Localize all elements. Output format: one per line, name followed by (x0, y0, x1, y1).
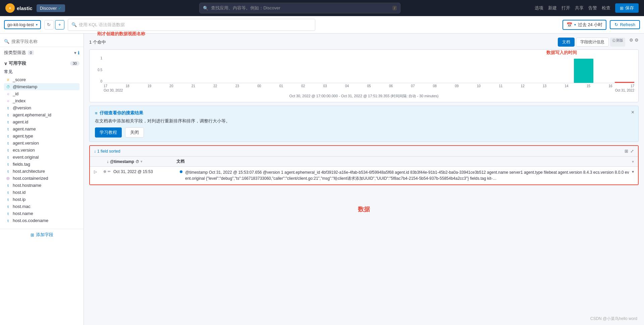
x-label-10: 10 (477, 84, 481, 88)
add-field-button[interactable]: ⊞ 添加字段 (0, 229, 84, 240)
x-label-17: 17 (104, 84, 107, 88)
open-button[interactable]: 打开 (561, 5, 570, 11)
string-icon-0: t (5, 106, 11, 110)
alert-button[interactable]: 告警 (588, 5, 597, 11)
field-agent-ephemeral-name: agent.ephemeral_id (13, 112, 51, 117)
annotation-data: 数据 (89, 205, 639, 213)
field-host-hostname[interactable]: t host.hostname (4, 182, 79, 189)
field-score[interactable]: # _score (4, 76, 79, 83)
expand-view-icon[interactable]: ⤢ (630, 149, 634, 154)
field-agent-name[interactable]: t agent.name (4, 125, 79, 132)
field-host-ip[interactable]: t host.ip (4, 196, 79, 203)
view-field-stats-btn[interactable]: 字段统计信息 (576, 38, 609, 47)
field-host-id[interactable]: t host.id (4, 189, 79, 196)
x-label-01: 01 (279, 84, 283, 88)
field-host-os-codename[interactable]: t host.os.codename (4, 217, 79, 224)
chevron-down-icon: ▾ (574, 23, 576, 26)
toolbar-icons: ↻ + (44, 20, 64, 30)
learn-tutorial-btn[interactable]: 学习教程 (95, 127, 122, 138)
share-button[interactable]: 共享 (575, 5, 584, 11)
field-host-mac[interactable]: t host.mac (4, 203, 79, 210)
field-fields-tag[interactable]: t fields.tag (4, 161, 79, 168)
field-index[interactable]: ○ _index (4, 97, 79, 104)
settings-icon[interactable]: ⚙ (629, 38, 633, 47)
kql-search-bar[interactable]: 🔍 使用 KQL 语法筛选数据 (68, 19, 316, 31)
discover-tab[interactable]: Discover ✓ (37, 4, 65, 12)
row-filter-icon[interactable]: ✏ (108, 169, 111, 174)
x-label-14: 14 (565, 84, 569, 88)
x-label-19: 19 (148, 84, 151, 88)
field-version[interactable]: t @version (4, 104, 79, 111)
inspect-button[interactable]: 检查 (602, 5, 610, 11)
row-timestamp: Oct 31, 2022 @ 15:53 (113, 169, 177, 174)
elastic-text: elastic (17, 5, 33, 11)
field-host-arch[interactable]: t host.architecture (4, 168, 79, 175)
refresh-icon-btn[interactable]: ↻ (44, 20, 54, 30)
new-button[interactable]: 新建 (548, 5, 557, 11)
options-menu[interactable]: 选项 (535, 5, 543, 11)
field-index-name: _index (13, 98, 25, 103)
chevron-down-fields-icon[interactable]: ∨ (4, 61, 7, 66)
index-icon: ○ (5, 99, 11, 103)
refresh-button[interactable]: ↻ Refresh (610, 20, 640, 29)
clock-icon: ⏱ (136, 160, 139, 164)
field-agent-ephemeral[interactable]: t agent.ephemeral_id (4, 111, 79, 118)
chevron-down-filter-icon[interactable]: ▾ (74, 50, 76, 55)
field-ecs-version[interactable]: t ecs.version (4, 147, 79, 154)
row-controls: ⊕ ✏ (103, 169, 111, 174)
timestamp-chevron-icon: ▾ (141, 160, 142, 163)
save-button[interactable]: ⊞ 保存 (615, 3, 639, 13)
x-label-13: 13 (543, 84, 546, 88)
sort-arrow-icon[interactable]: ↓ (107, 159, 109, 164)
string-icon-1: t (5, 113, 11, 117)
tip-close-btn[interactable]: 关闭 (125, 127, 144, 138)
add-filter-btn[interactable]: + (55, 20, 64, 30)
row-inspect-icon[interactable]: ⊕ (103, 169, 106, 174)
doc-col-header: 文档 (176, 159, 629, 164)
more-icon[interactable]: ⚙ (635, 38, 639, 47)
field-event-original[interactable]: t event.original (4, 154, 79, 161)
sort-info-text: 1 field sorted (97, 149, 120, 154)
field-agent-id-name: agent.id (13, 119, 28, 124)
time-picker[interactable]: 📅 ▾ 过去 24 小时 (562, 20, 607, 30)
discover-label: Discover (40, 6, 57, 11)
index-pattern-chevron: ▾ (36, 23, 38, 26)
table-row: ▷ ⊕ ✏ Oct 31, 2022 @ 15:53 @timestamp Oc… (90, 167, 638, 184)
field-host-containerized[interactable]: ◎ host.containerized (4, 175, 79, 182)
string-icon-14: t (5, 212, 11, 216)
string-icon-13: t (5, 205, 11, 209)
x-label-03: 03 (323, 84, 327, 88)
string-icon-12: t (5, 198, 11, 202)
elastic-logo: e elastic (5, 3, 33, 13)
field-agent-version[interactable]: t agent.version (4, 140, 79, 147)
field-timestamp[interactable]: ⏱ @timestamp (4, 83, 79, 90)
field-event-original-name: event.original (13, 155, 39, 160)
save-label: 保存 (625, 5, 634, 11)
filter-text: 按类型筛选 (4, 50, 26, 56)
row-expand-arrow[interactable]: ▾ (632, 169, 634, 174)
sidebar-search-input[interactable] (11, 39, 79, 44)
table-view-icon[interactable]: ⊞ (625, 149, 628, 154)
x-label-17b: 17 (631, 84, 634, 88)
tip-panel: ≡ 仔细查看你的搜索结果 在文档表中添加相关字段，对列进行重新排序和排序，调整行… (89, 106, 639, 142)
watermark: CSDN @小菜鸟hello word (590, 316, 637, 322)
view-documents-btn[interactable]: 文档 (558, 38, 575, 47)
field-host-name-name: host.name (13, 211, 33, 216)
sidebar: 🔍 按类型筛选 0 ▾ ℹ ∨ 可用字段 30 常见 # (0, 34, 84, 325)
field-agent-id[interactable]: t agent.id (4, 118, 79, 125)
field-id-name: _id (13, 91, 18, 96)
index-pattern-selector[interactable]: go-kit-log-test ▾ (4, 20, 41, 29)
x-label-05: 05 (367, 84, 371, 88)
field-id[interactable]: ○ _id (4, 90, 79, 97)
global-search[interactable]: 🔍 查找应用、内容等。例如：Discover / (199, 3, 400, 13)
x-label-21: 21 (192, 84, 195, 88)
field-host-name[interactable]: t host.name (4, 210, 79, 217)
tip-close-icon[interactable]: × (631, 109, 634, 115)
row-expand-btn[interactable]: ▷ (94, 169, 101, 174)
slash-badge: / (392, 6, 397, 10)
field-agent-name-name: agent.name (13, 126, 36, 131)
sidebar-search[interactable]: 🔍 (0, 36, 84, 47)
field-agent-type[interactable]: t agent.type (4, 132, 79, 140)
chart-time-range: Oct 30, 2022 @ 17:00:00.000 - Oct 31, 20… (94, 94, 634, 99)
x-label-12: 12 (521, 84, 525, 88)
